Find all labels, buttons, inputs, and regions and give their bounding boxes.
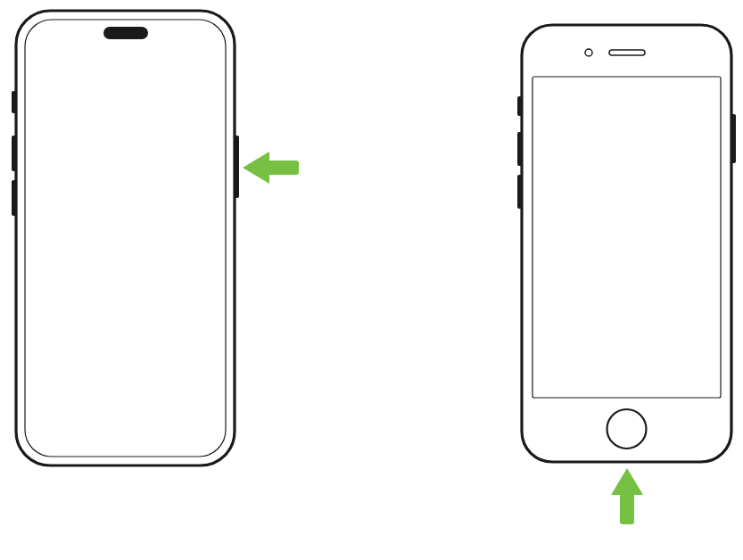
svg-rect-17 [620, 493, 634, 524]
svg-rect-14 [517, 132, 522, 166]
svg-rect-9 [609, 50, 645, 55]
home-button [607, 409, 647, 449]
svg-rect-13 [517, 96, 522, 116]
svg-marker-16 [611, 468, 643, 495]
svg-rect-7 [268, 161, 299, 175]
arrow-left-icon [243, 141, 314, 194]
svg-rect-11 [532, 77, 721, 398]
svg-point-10 [585, 49, 592, 56]
arrow-up-icon [600, 468, 654, 539]
side-button [235, 136, 239, 198]
svg-rect-2 [103, 27, 148, 39]
iphone-face-id [7, 2, 266, 501]
svg-marker-6 [243, 152, 269, 184]
svg-rect-5 [12, 180, 16, 216]
svg-rect-12 [731, 114, 736, 163]
svg-rect-1 [25, 20, 226, 457]
diagram-canvas [0, 0, 743, 560]
svg-rect-15 [517, 175, 522, 209]
svg-rect-4 [12, 136, 16, 171]
svg-rect-3 [12, 91, 16, 113]
iphone-home-button [513, 16, 743, 515]
